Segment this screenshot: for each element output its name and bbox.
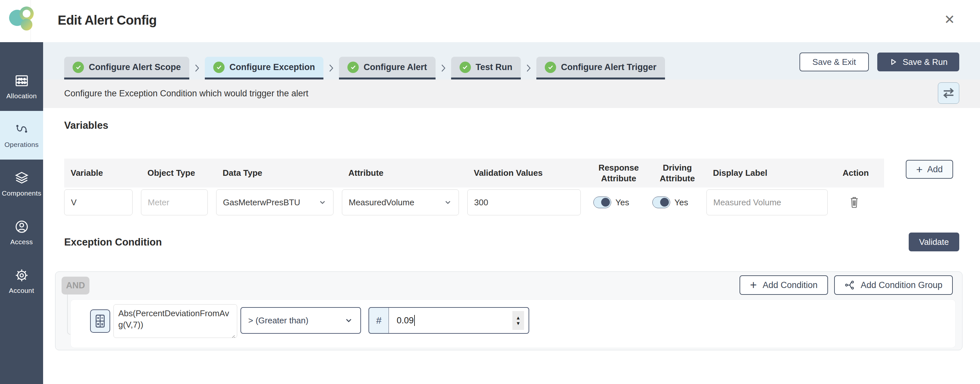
condition-expression-text: Abs(PercentDeviationFromAvg(V,7)) [118,308,229,330]
tab-test-run[interactable]: Test Run [451,57,521,80]
resize-handle[interactable] [231,331,235,336]
sidebar-item-access[interactable]: Access [0,208,43,257]
branch-icon [845,280,855,290]
tab-label: Configure Alert [364,62,427,72]
condition-row-card: Abs(PercentDeviationFromAvg(V,7)) > (Gre… [70,300,956,348]
chevron-down-icon [318,198,327,207]
stepper-up-icon[interactable]: ▲ [516,315,521,320]
operations-icon [14,122,29,137]
calculator-icon [94,314,106,328]
toggle-knob [601,198,610,207]
sidebar-item-label: Operations [5,141,39,148]
text-cursor [414,315,415,326]
add-condition-group-button[interactable]: Add Condition Group [834,276,953,295]
column-header: Driving Attribute [648,163,706,183]
driving-attribute-state: Yes [675,198,688,207]
chevron-right-icon [436,57,451,80]
save-run-button[interactable]: Save & Run [877,53,959,71]
number-stepper[interactable]: ▲ ▼ [512,311,524,330]
formula-calculator-button[interactable] [90,309,110,333]
delete-variable-button[interactable] [849,196,859,209]
exception-condition-heading: Exception Condition [64,236,162,248]
tab-configure-alert-scope[interactable]: Configure Alert Scope [64,57,189,80]
variables-table-header: Variable Object Type Data Type Attribute… [64,159,884,188]
column-header: Display Label [706,168,836,178]
page-title: Edit Alert Config [58,13,157,27]
chevron-down-icon [344,316,353,325]
column-header: Variable [64,168,141,178]
logo-small-circle-icon [21,19,32,30]
check-circle-icon [347,62,359,73]
trash-icon [849,196,859,208]
stepper-tabs: Configure Alert Scope Configure Exceptio… [64,57,665,80]
validation-values-input[interactable] [467,190,581,215]
sidebar-item-label: Allocation [6,92,37,100]
toggle-knob [660,198,669,207]
chevron-right-icon [323,57,339,80]
response-attribute-toggle[interactable] [593,196,611,208]
subheader-band: Configure the Exception Condition which … [43,80,980,108]
add-condition-button[interactable]: + Add Condition [740,276,828,295]
chevron-right-icon [189,57,205,80]
object-type-input[interactable] [141,190,208,215]
tab-configure-alert[interactable]: Configure Alert [339,57,436,80]
add-variable-button[interactable]: + Add [906,160,953,179]
column-header: Validation Values [467,168,589,178]
edit-alert-config-page: Edit Alert Config ✕ Allocation Operation… [0,0,980,384]
sidebar-item-operations[interactable]: Operations [0,111,43,159]
attribute-select[interactable]: MeasuredVolume [342,190,459,215]
condition-value-input[interactable]: 0.09 ▲ ▼ [388,307,529,334]
layers-icon [14,170,29,185]
check-circle-icon [73,62,84,73]
column-header: Action [836,168,884,178]
attribute-value: MeasuredVolume [349,198,414,207]
check-circle-icon [213,62,224,73]
app-logo [0,0,31,42]
sidebar-item-allocation[interactable]: Allocation [0,62,43,111]
sidebar-item-account[interactable]: Account [0,257,43,306]
column-header: Object Type [141,168,216,178]
sidebar-item-label: Access [10,238,33,246]
variable-row: GasMeterwPresBTU MeasuredVolume Yes Yes [64,189,884,216]
condition-operator-value: > (Greater than) [248,315,309,326]
value-type-indicator: # [369,307,389,334]
column-header: Data Type [216,168,342,178]
data-type-select[interactable]: GasMeterwPresBTU [216,190,334,215]
tab-label: Test Run [476,62,513,72]
display-label-input[interactable] [706,190,828,215]
save-exit-button[interactable]: Save & Exit [800,53,869,71]
condition-expression-input[interactable]: Abs(PercentDeviationFromAvg(V,7)) [113,304,237,338]
check-circle-icon [460,62,471,73]
swap-arrows-button[interactable] [938,82,959,104]
tab-label: Configure Alert Trigger [561,62,657,72]
driving-attribute-toggle[interactable] [652,196,670,208]
add-condition-group-label: Add Condition Group [861,280,942,290]
tab-configure-exception[interactable]: Configure Exception [205,57,323,80]
add-condition-label: Add Condition [762,280,818,290]
sidebar-item-components[interactable]: Components [0,159,43,208]
stepper-down-icon[interactable]: ▼ [516,320,521,326]
group-operator-chip[interactable]: AND [62,277,89,295]
main-content: Variables + Add Variable Object Type Dat… [43,108,980,384]
variable-name-input[interactable] [64,190,132,215]
chevron-down-icon [444,198,452,207]
tab-label: Configure Exception [229,62,315,72]
validate-button[interactable]: Validate [909,233,959,251]
abacus-icon [14,73,29,88]
save-run-label: Save & Run [902,57,948,67]
chevron-right-icon [521,57,536,80]
header: Edit Alert Config ✕ [0,0,980,42]
close-icon[interactable]: ✕ [940,10,959,29]
column-header: Response Attribute [589,163,648,183]
header-actions: Save & Exit Save & Run [800,53,959,71]
check-circle-icon [545,62,556,73]
data-type-value: GasMeterwPresBTU [223,198,300,207]
condition-operator-select[interactable]: > (Greater than) [240,307,361,334]
tab-configure-alert-trigger[interactable]: Configure Alert Trigger [536,57,665,80]
condition-actions: + Add Condition Add Condition Group [740,276,953,295]
column-header: Attribute [342,168,467,178]
stepper-band: Configure Alert Scope Configure Exceptio… [43,42,980,80]
add-variable-label: Add [927,164,943,174]
plus-icon: + [750,279,757,291]
play-icon [889,58,897,66]
